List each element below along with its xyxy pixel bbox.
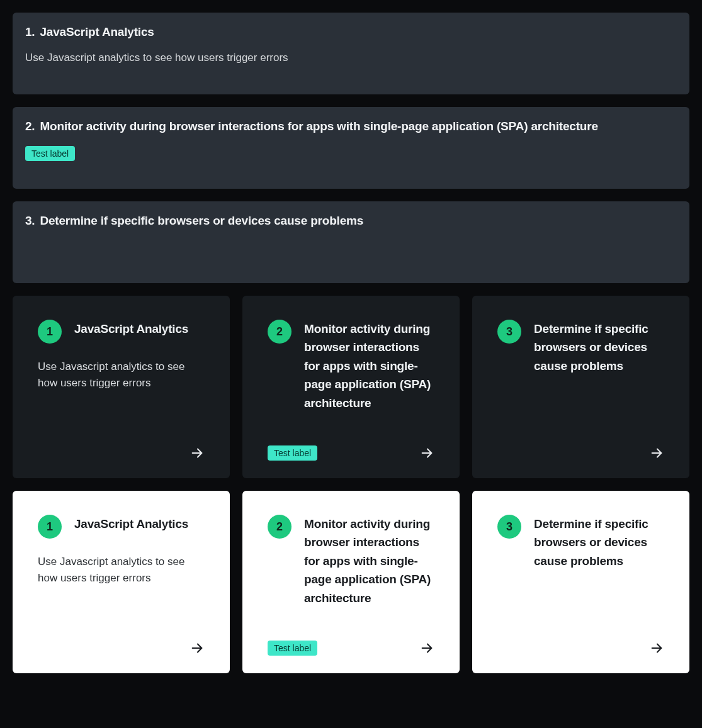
list-item[interactable]: 2. Monitor activity during browser inter… [13, 107, 689, 189]
tag-label: Test label [268, 445, 317, 461]
tag-label: Test label [268, 641, 317, 656]
card[interactable]: 1 JavaScript Analytics Use Javascript an… [13, 296, 230, 478]
card-desc: Use Javascript analytics to see how user… [38, 554, 205, 587]
card-title: Determine if specific browsers or device… [534, 320, 664, 375]
list-item-number: 3. [25, 214, 35, 228]
tag-label: Test label [25, 146, 75, 161]
card-desc: Use Javascript analytics to see how user… [38, 359, 205, 392]
arrow-right-icon[interactable] [419, 445, 434, 461]
list-item-header: 3. Determine if specific browsers or dev… [25, 214, 677, 228]
list-item-number: 2. [25, 120, 35, 133]
card-title: JavaScript Analytics [74, 320, 188, 338]
step-badge: 1 [38, 515, 62, 539]
arrow-right-icon[interactable] [649, 445, 664, 461]
list-item-title: JavaScript Analytics [40, 25, 154, 39]
step-badge: 2 [268, 515, 292, 539]
card-title: Determine if specific browsers or device… [534, 515, 664, 570]
card[interactable]: 3 Determine if specific browsers or devi… [472, 491, 689, 673]
list-item[interactable]: 3. Determine if specific browsers or dev… [13, 201, 689, 283]
step-badge: 2 [268, 320, 292, 344]
card-header: 3 Determine if specific browsers or devi… [497, 320, 664, 375]
step-badge: 3 [497, 320, 521, 344]
card-header: 3 Determine if specific browsers or devi… [497, 515, 664, 570]
arrow-right-icon[interactable] [190, 445, 205, 461]
step-badge: 3 [497, 515, 521, 539]
card-title: Monitor activity during browser interact… [304, 320, 434, 412]
card-footer: Test label [268, 641, 434, 656]
card-footer [497, 445, 664, 461]
list-item[interactable]: 1. JavaScript Analytics Use Javascript a… [13, 13, 689, 94]
arrow-right-icon[interactable] [190, 641, 205, 656]
list-item-title: Determine if specific browsers or device… [40, 214, 363, 228]
card-grid-dark: 1 JavaScript Analytics Use Javascript an… [13, 296, 689, 478]
card[interactable]: 2 Monitor activity during browser intera… [242, 491, 460, 673]
step-badge: 1 [38, 320, 62, 344]
list-item-header: 1. JavaScript Analytics [25, 25, 677, 39]
card[interactable]: 2 Monitor activity during browser intera… [242, 296, 460, 478]
card-footer [497, 641, 664, 656]
list-item-title: Monitor activity during browser interact… [40, 120, 597, 133]
card[interactable]: 3 Determine if specific browsers or devi… [472, 296, 689, 478]
card-title: Monitor activity during browser interact… [304, 515, 434, 607]
list-item-desc: Use Javascript analytics to see how user… [25, 52, 677, 64]
arrow-right-icon[interactable] [649, 641, 664, 656]
list-item-number: 1. [25, 25, 35, 39]
card-grid-light: 1 JavaScript Analytics Use Javascript an… [13, 491, 689, 673]
card-title: JavaScript Analytics [74, 515, 188, 533]
card-header: 1 JavaScript Analytics [38, 320, 205, 344]
card-footer: Test label [268, 445, 434, 461]
card-footer [38, 445, 205, 461]
list-item-header: 2. Monitor activity during browser inter… [25, 120, 677, 133]
card[interactable]: 1 JavaScript Analytics Use Javascript an… [13, 491, 230, 673]
card-footer [38, 641, 205, 656]
card-header: 2 Monitor activity during browser intera… [268, 320, 434, 412]
arrow-right-icon[interactable] [419, 641, 434, 656]
card-header: 2 Monitor activity during browser intera… [268, 515, 434, 607]
card-header: 1 JavaScript Analytics [38, 515, 205, 539]
